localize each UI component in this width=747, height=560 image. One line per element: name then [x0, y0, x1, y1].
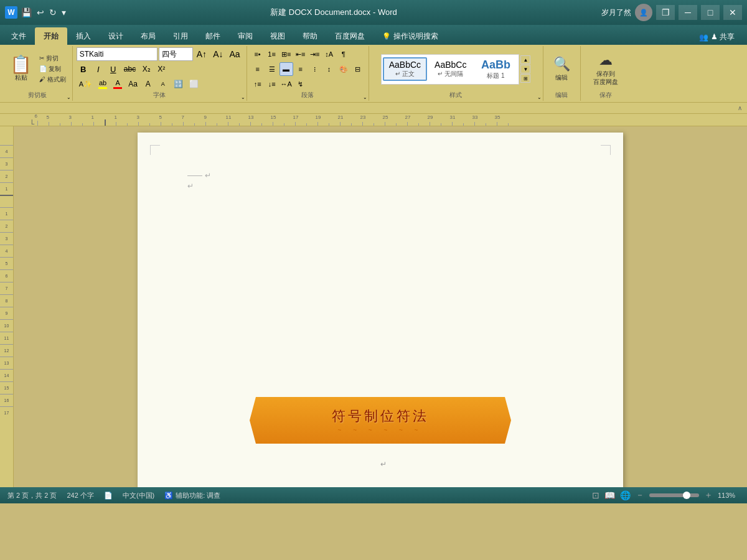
font-name-input[interactable] [77, 47, 157, 61]
underline-button[interactable]: U [106, 62, 120, 76]
sort-button[interactable]: ↕A [322, 47, 336, 61]
style-no-spacing[interactable]: AaBbCc ↵ 无间隔 [428, 57, 472, 81]
language[interactable]: 中文(中国) [123, 491, 154, 500]
tab-dash: —— [187, 171, 202, 180]
share-button[interactable]: 👥 ♟ 共享 [689, 29, 745, 45]
format-painter-button[interactable]: 🖌 格式刷 [37, 75, 68, 85]
font-size-label-button[interactable]: Aa [126, 77, 140, 91]
ruler-mark-neg1: 1 [93, 122, 105, 126]
ruler-mark-neg2 [82, 123, 93, 126]
tab-layout[interactable]: 布局 [132, 27, 164, 45]
window-close-button[interactable]: ✕ [723, 5, 742, 20]
font-aa2-button[interactable]: A [156, 77, 170, 91]
quick-save-button[interactable]: 💾 [21, 7, 32, 17]
clear-format-button[interactable]: Aa [227, 47, 242, 61]
undo-button[interactable]: ↩ [37, 7, 44, 17]
tab-search[interactable]: 💡操作说明搜索 [374, 27, 447, 45]
vruler-p2: 2 [0, 220, 13, 232]
word-count[interactable]: 242 个字 [67, 491, 93, 500]
window-minimize-button[interactable]: ─ [679, 5, 697, 20]
print-layout-button[interactable]: ⊡ [592, 490, 599, 500]
tab-file[interactable]: 文件 [2, 27, 35, 45]
styles-expand-arrow[interactable]: ⌄ [537, 95, 542, 100]
style-normal[interactable]: AaBbCc ↵ 正文 [383, 57, 427, 81]
italic-button[interactable]: I [92, 62, 105, 76]
font-expand-button[interactable]: ⌄ [241, 95, 245, 100]
tab-insert[interactable]: 插入 [67, 27, 100, 45]
copy-button[interactable]: 📄 复制 [37, 64, 68, 74]
align-justify-button[interactable]: ▬ [280, 62, 293, 76]
cut-button[interactable]: ✂ 剪切 [37, 54, 68, 63]
font-aa-button[interactable]: A [141, 77, 155, 91]
read-mode-button[interactable]: 📖 [604, 490, 615, 500]
border-button[interactable]: ⊟ [351, 62, 365, 76]
bold-button[interactable]: B [77, 62, 90, 76]
char-spacing-button[interactable]: ↔A [280, 77, 293, 91]
font-color-button[interactable]: A [111, 77, 125, 91]
styles-scroll-up-button[interactable]: ▲ [520, 55, 530, 64]
text-effect-button[interactable]: A✨ [77, 77, 95, 91]
zoom-out-button[interactable]: － [636, 490, 644, 501]
window-maximize-button[interactable]: □ [701, 5, 720, 20]
align-right-button[interactable]: ≡ [294, 62, 308, 76]
tab-review[interactable]: 审阅 [229, 27, 261, 45]
char-border-button[interactable]: ⬜ [187, 77, 201, 91]
subscript-button[interactable]: X₂ [139, 62, 153, 76]
paragraph-expand-button[interactable]: ⌄ [363, 95, 367, 100]
accessibility-label: 辅助功能: 调查 [176, 491, 220, 500]
document-content[interactable]: —— ↵ ↵ 符号制位符法 ~ ~ ~ ~ ~ ~ ↵ [187, 170, 573, 481]
font-size-input[interactable] [159, 47, 193, 61]
tab-baiduyun[interactable]: 百度网盘 [326, 27, 374, 45]
styles-expand-button[interactable]: ⊞ [520, 74, 530, 83]
style-heading1[interactable]: AaBb 标题 1 [474, 56, 517, 83]
clipboard-expand-button[interactable]: ⌄ [67, 95, 71, 100]
quick-access-customize-button[interactable]: ▾ [62, 7, 66, 17]
line-spacing-button[interactable]: ↕ [322, 62, 336, 76]
numbering-button[interactable]: 1≡ [265, 47, 279, 61]
font-shrink-button[interactable]: A↓ [210, 47, 225, 61]
tab-references[interactable]: 引用 [164, 27, 197, 45]
zoom-in-button[interactable]: ＋ [704, 490, 713, 501]
char-shading-button[interactable]: 🔡 [171, 77, 186, 91]
strikethrough-button[interactable]: abc [121, 62, 138, 76]
multi-level-list-button[interactable]: ⊞≡ [280, 47, 293, 61]
document-icon[interactable]: 📄 [104, 492, 113, 500]
zoom-slider[interactable] [649, 493, 699, 497]
user-avatar[interactable]: 👤 [635, 4, 652, 21]
redo-button[interactable]: ↻ [49, 7, 57, 17]
title-bar: W 💾 ↩ ↻ ▾ 新建 DOCX Document.docx - Word 岁… [0, 0, 747, 25]
increase-indent-button[interactable]: ⇥≡ [308, 47, 322, 61]
tab-home[interactable]: 开始 [35, 27, 67, 45]
accessibility[interactable]: ♿ 辅助功能: 调查 [164, 491, 220, 500]
tab-help[interactable]: 帮助 [294, 27, 326, 45]
shading-button[interactable]: 🎨 [337, 62, 350, 76]
document-area[interactable]: —— ↵ ↵ 符号制位符法 ~ ~ ~ ~ ~ ~ ↵ [14, 126, 747, 487]
document-page[interactable]: —— ↵ ↵ 符号制位符法 ~ ~ ~ ~ ~ ~ ↵ [138, 133, 623, 487]
save-to-cloud-button[interactable]: ☁ 保存到百度网盘 [588, 50, 623, 88]
tab-view[interactable]: 视图 [261, 27, 294, 45]
decrease-indent-button[interactable]: ⇤≡ [294, 47, 308, 61]
paste-button[interactable]: 📋 粘贴 [6, 55, 35, 83]
text-direction-button[interactable]: ↯ [294, 77, 308, 91]
ruler-mark-9: 9 [205, 122, 217, 126]
bullets-button[interactable]: ≡• [251, 47, 265, 61]
tab-mailings[interactable]: 邮件 [197, 27, 229, 45]
web-layout-button[interactable]: 🌐 [620, 490, 631, 500]
window-restore-button[interactable]: ❐ [656, 5, 675, 20]
superscript-button[interactable]: X² [154, 62, 168, 76]
ribbon-collapse-button[interactable]: ∧ [738, 105, 742, 111]
align-left-button[interactable]: ≡ [251, 62, 265, 76]
tab-design[interactable]: 设计 [100, 27, 132, 45]
align-center-button[interactable]: ☰ [265, 62, 279, 76]
font-grow-button[interactable]: A↑ [194, 47, 209, 61]
vruler-p17: 17 [0, 406, 13, 419]
show-marks-button[interactable]: ¶ [337, 47, 350, 61]
increase-spacing-button[interactable]: ↓≡ [265, 77, 279, 91]
doc-icon: 📄 [104, 492, 113, 500]
text-highlight-button[interactable]: ab [96, 77, 110, 91]
decrease-spacing-button[interactable]: ↑≡ [251, 77, 265, 91]
page-info[interactable]: 第 2 页，共 2 页 [7, 491, 57, 500]
find-button[interactable]: 🔍 编辑 [548, 55, 575, 83]
styles-scroll-down-button[interactable]: ▼ [520, 65, 530, 73]
column-button[interactable]: ⫶ [308, 62, 322, 76]
